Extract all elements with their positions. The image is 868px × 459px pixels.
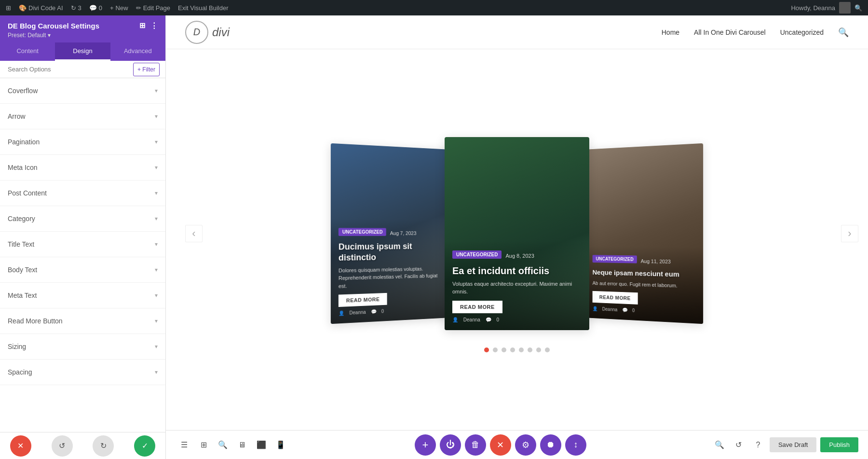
card-read-more-1[interactable]: READ MORE [339,292,387,306]
toolbar-desktop-icon[interactable]: 🖥 [233,436,251,454]
nav-search-icon[interactable]: 🔍 [838,27,849,38]
new-item[interactable]: + New [110,4,128,12]
edit-page-item[interactable]: ✏ Edit Page [136,4,170,12]
chevron-down-icon: ▾ [155,318,158,324]
accordion-arrow[interactable]: Arrow ▾ [0,104,165,129]
nav-uncategorized[interactable]: Uncategorized [780,28,824,36]
accordion-spacing-label: Spacing [8,368,32,376]
undo-button[interactable]: ↺ [52,435,73,457]
dot-1[interactable] [484,348,489,352]
sidebar-title-row: DE Blog Carousel Settings ⊞ ⋮ [8,21,158,30]
card-date-3: Aug 11, 2023 [641,258,671,264]
nav-carousel[interactable]: All In One Divi Carousel [694,28,766,36]
dot-2[interactable] [493,348,498,352]
cancel-button[interactable]: ✕ [10,435,31,457]
card-category-2: UNCATEGORIZED [452,250,502,259]
refresh-item[interactable]: ↻ 3 [71,4,81,12]
toolbar-grid-icon[interactable]: ⊞ [195,436,212,454]
chevron-down-icon: ▾ [155,369,158,376]
dot-4[interactable] [510,348,515,352]
dot-6[interactable] [528,348,532,352]
toolbar-menu-icon[interactable]: ☰ [176,436,193,454]
toolbar-close-button[interactable]: ✕ [490,434,511,456]
chevron-down-icon: ▾ [155,266,158,273]
wp-bar-right: Howdy, Deanna 🔍 [791,2,862,14]
toolbar-search-icon[interactable]: 🔍 [214,436,231,454]
content-area: D divi Home All In One Divi Carousel Unc… [166,15,868,459]
dot-3[interactable] [502,348,506,352]
grid-icon[interactable]: ⊞ [139,21,146,30]
builder-toolbar: ☰ ⊞ 🔍 🖥 ⬛ 📱 + ⏻ 🗑 ✕ ⚙ ⏺ ↕ 🔍 ↺ ? Save [166,430,868,459]
accordion-title-text[interactable]: Title Text ▾ [0,232,165,257]
site-header: D divi Home All In One Divi Carousel Unc… [166,15,868,49]
toolbar-add-button[interactable]: + [415,434,436,456]
accordion-category[interactable]: Category ▾ [0,206,165,232]
accordion-pagination[interactable]: Pagination ▾ [0,129,165,155]
card-author-name-3: Deanna [602,306,617,312]
sidebar-preset[interactable]: Preset: Default ▾ [8,32,158,39]
card-read-more-2[interactable]: READ MORE [452,301,502,313]
divi-code-ai-label: Divi Code AI [28,4,63,12]
carousel-arrow-left[interactable]: ‹ [185,225,203,242]
main-layout: DE Blog Carousel Settings ⊞ ⋮ Preset: De… [0,15,868,459]
search-input[interactable] [6,61,133,78]
accordion-post-content[interactable]: Post Content ▾ [0,181,165,206]
toolbar-help-icon[interactable]: ? [750,437,766,453]
chevron-down-icon: ▾ [155,139,158,145]
tab-content[interactable]: Content [0,42,55,61]
card-author-2: 👤 Deanna 💬 0 [452,317,582,322]
filter-label: + Filter [137,66,155,73]
carousel-track: ‹ UNCATEGORIZED Aug 7, 2023 Ducimus ipsu… [166,127,868,340]
card-meta-row-1: UNCATEGORIZED Aug 7, 2023 [339,227,442,238]
carousel-arrow-right[interactable]: › [841,225,858,242]
carousel-card-1: UNCATEGORIZED Aug 7, 2023 Ducimus ipsum … [331,143,448,323]
toolbar-delete-button[interactable]: 🗑 [465,434,486,456]
accordion-meta-icon[interactable]: Meta Icon ▾ [0,155,165,181]
dot-8[interactable] [545,348,550,352]
accordion-read-more[interactable]: Read More Button ▾ [0,308,165,334]
comment-icon-1: 💬 [371,309,376,314]
wp-admin-bar: ⊞ 🎨 Divi Code AI ↻ 3 💬 0 + New ✏ Edit Pa… [0,0,868,15]
card-category-1: UNCATEGORIZED [339,227,386,236]
save-draft-button[interactable]: Save Draft [770,437,816,452]
toolbar-record-button[interactable]: ⏺ [540,434,561,456]
dot-5[interactable] [519,348,524,352]
comment-item[interactable]: 💬 0 [89,4,102,12]
card-read-more-3[interactable]: READ MORE [593,291,638,304]
sidebar-title-icons: ⊞ ⋮ [139,21,158,30]
accordion-sizing[interactable]: Sizing ▾ [0,334,165,360]
dot-7[interactable] [536,348,541,352]
toolbar-settings-button[interactable]: ⚙ [515,434,536,456]
nav-home[interactable]: Home [662,28,679,36]
confirm-button[interactable]: ✓ [134,435,155,457]
toolbar-left: ☰ ⊞ 🔍 🖥 ⬛ 📱 [176,436,289,454]
toolbar-power-button[interactable]: ⏻ [440,434,461,456]
more-icon[interactable]: ⋮ [150,21,158,30]
carousel-wrapper: ‹ UNCATEGORIZED Aug 7, 2023 Ducimus ipsu… [166,49,868,430]
card-date-1: Aug 7, 2023 [390,230,417,236]
toolbar-mobile-icon[interactable]: 📱 [272,436,289,454]
site-logo: D divi [185,21,230,44]
accordion-coverflow[interactable]: Coverflow ▾ [0,78,165,104]
tab-advanced[interactable]: Advanced [110,42,165,61]
wp-logo-item[interactable]: ⊞ [6,4,11,12]
redo-button[interactable]: ↻ [93,435,114,457]
chevron-down-icon: ▾ [155,113,158,120]
exit-builder-item[interactable]: Exit Visual Builder [178,4,229,12]
publish-button[interactable]: Publish [820,437,858,452]
tab-design[interactable]: Design [55,42,110,61]
filter-button[interactable]: + Filter [133,63,160,76]
edit-page-label: Edit Page [143,4,170,12]
accordion-spacing[interactable]: Spacing ▾ [0,360,165,385]
toolbar-sort-button[interactable]: ↕ [565,434,586,456]
card-meta-row-3: UNCATEGORIZED Aug 11, 2023 [593,255,696,267]
toolbar-search-right-icon[interactable]: 🔍 [712,437,727,453]
search-icon-right[interactable]: 🔍 [854,4,862,12]
accordion-body-text[interactable]: Body Text ▾ [0,257,165,283]
logo-d-letter: D [193,27,200,38]
toolbar-history-icon[interactable]: ↺ [731,437,746,453]
toolbar-tablet-icon[interactable]: ⬛ [253,436,270,454]
accordion-meta-text[interactable]: Meta Text ▾ [0,283,165,308]
card-author-3: 👤 Deanna 💬 0 [593,306,696,316]
divi-code-ai-item[interactable]: 🎨 Divi Code AI [19,4,63,12]
